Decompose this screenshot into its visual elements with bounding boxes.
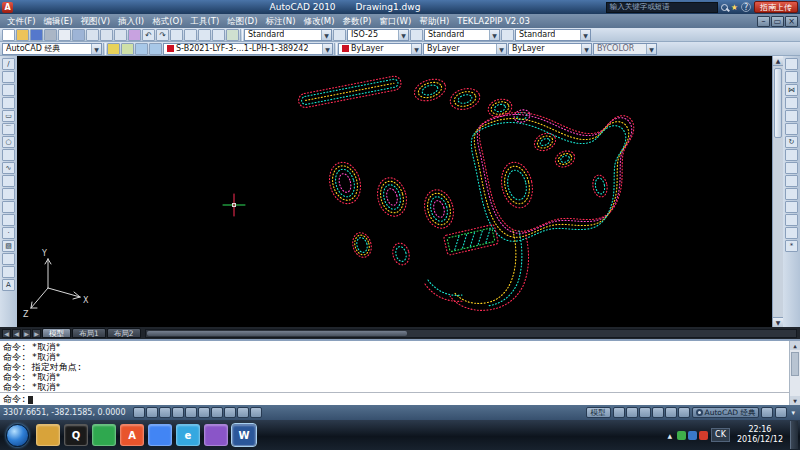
- command-window[interactable]: 命令: *取消*命令: *取消*命令: 指定对角点:命令: *取消*命令: *取…: [0, 339, 800, 405]
- taskbar-ie[interactable]: e: [176, 424, 200, 446]
- showmotion-icon[interactable]: [678, 407, 690, 418]
- vertical-scroll-thumb[interactable]: [774, 68, 782, 138]
- menu-item[interactable]: 格式(O): [148, 14, 186, 28]
- revcloud-tool-icon[interactable]: [2, 149, 15, 161]
- help-icon[interactable]: ?: [741, 2, 751, 12]
- otrack-toggle[interactable]: [198, 407, 210, 418]
- mirror-tool-icon[interactable]: ⋈: [785, 84, 798, 96]
- line-tool-icon[interactable]: /: [2, 58, 15, 70]
- ellipse-tool-icon[interactable]: [2, 175, 15, 187]
- menu-item[interactable]: 帮助(H): [415, 14, 453, 28]
- make-block-icon[interactable]: [2, 214, 15, 226]
- osnap-toggle[interactable]: [185, 407, 197, 418]
- table-style-combo[interactable]: Standard▼: [424, 29, 500, 41]
- scroll-down-icon[interactable]: ▼: [790, 396, 800, 405]
- workspace-switch[interactable]: AutoCAD 经典: [692, 407, 760, 418]
- region-tool-icon[interactable]: [2, 266, 15, 278]
- ellipse-arc-tool-icon[interactable]: [2, 188, 15, 200]
- scroll-up-icon[interactable]: ▲: [790, 341, 800, 350]
- horizontal-scroll-thumb[interactable]: [147, 331, 407, 336]
- trim-tool-icon[interactable]: [785, 175, 798, 187]
- make-object-layer-current-icon[interactable]: [135, 43, 148, 55]
- polar-toggle[interactable]: [172, 407, 184, 418]
- undo-icon[interactable]: ↶: [142, 29, 155, 41]
- zoom-statusbar-icon[interactable]: [652, 407, 664, 418]
- horizontal-scrollbar[interactable]: [145, 329, 797, 338]
- steering-wheel-icon[interactable]: [665, 407, 677, 418]
- taskbar-360[interactable]: [92, 424, 116, 446]
- zoom-realtime-icon[interactable]: [184, 29, 197, 41]
- fillet-tool-icon[interactable]: [785, 227, 798, 239]
- show-desktop-button[interactable]: [790, 421, 798, 449]
- hatch-tool-icon[interactable]: ▨: [2, 240, 15, 252]
- properties-palette-icon[interactable]: [226, 29, 239, 41]
- mleader-style-icon[interactable]: [501, 29, 514, 41]
- tab-last-icon[interactable]: ▶: [32, 329, 41, 338]
- status-menu-arrow-icon[interactable]: ▾: [789, 409, 797, 417]
- menu-item[interactable]: 参数(P): [338, 14, 375, 28]
- tab-first-icon[interactable]: ◀: [2, 329, 11, 338]
- start-button[interactable]: [6, 424, 29, 447]
- chevron-down-icon[interactable]: ▼: [489, 30, 499, 40]
- explode-tool-icon[interactable]: *: [785, 240, 798, 252]
- tab-prev-icon[interactable]: ◀: [12, 329, 21, 338]
- chevron-down-icon[interactable]: ▼: [321, 30, 331, 40]
- linetype-combo[interactable]: ByLayer▼: [423, 43, 507, 55]
- menu-item[interactable]: 文件(F): [3, 14, 40, 28]
- tab-next-icon[interactable]: ▶: [22, 329, 31, 338]
- chevron-down-icon[interactable]: ▼: [580, 30, 590, 40]
- plotstyle-combo[interactable]: BYCOLOR▼: [593, 43, 657, 55]
- menu-item[interactable]: 绘图(D): [223, 14, 261, 28]
- taskbar-explorer[interactable]: [36, 424, 60, 446]
- command-scroll-thumb[interactable]: [791, 352, 799, 376]
- menu-item[interactable]: 插入(I): [114, 14, 148, 28]
- taskbar-player[interactable]: [204, 424, 228, 446]
- drawing-canvas[interactable]: .r{stroke:#ff2d55}.m{stroke:#ff49c8}.y{s…: [17, 56, 772, 327]
- layer-previous-icon[interactable]: [149, 43, 162, 55]
- model-space-button[interactable]: 模型: [586, 407, 611, 418]
- break-tool-icon[interactable]: [785, 201, 798, 213]
- pan-statusbar-icon[interactable]: [639, 407, 651, 418]
- zoom-window-icon[interactable]: [198, 29, 211, 41]
- rectangle-tool-icon[interactable]: ▭: [2, 110, 15, 122]
- zoom-previous-icon[interactable]: [212, 29, 225, 41]
- move-tool-icon[interactable]: [785, 123, 798, 135]
- publish-icon[interactable]: [72, 29, 85, 41]
- restore-icon[interactable]: ▭: [771, 16, 784, 27]
- match-properties-icon[interactable]: [128, 29, 141, 41]
- tab-layout1[interactable]: 布局1: [72, 328, 106, 338]
- chamfer-tool-icon[interactable]: [785, 214, 798, 226]
- ducs-toggle[interactable]: [211, 407, 223, 418]
- point-tool-icon[interactable]: ·: [2, 227, 15, 239]
- favorites-star-icon[interactable]: ★: [731, 2, 738, 13]
- cut-icon[interactable]: [86, 29, 99, 41]
- dyn-toggle[interactable]: [224, 407, 236, 418]
- menu-item[interactable]: 修改(M): [299, 14, 338, 28]
- quickprop-toggle[interactable]: [250, 407, 262, 418]
- upload-button[interactable]: 指南上传: [754, 1, 798, 13]
- xline-tool-icon[interactable]: [2, 71, 15, 83]
- plot-icon[interactable]: [44, 29, 57, 41]
- workspace-combo[interactable]: AutoCAD 经典▼: [2, 43, 102, 55]
- pan-icon[interactable]: [170, 29, 183, 41]
- tab-model[interactable]: 模型: [42, 328, 71, 338]
- scroll-up-icon[interactable]: ▲: [773, 56, 783, 66]
- spline-tool-icon[interactable]: ∿: [2, 162, 15, 174]
- quick-view-drawings-icon[interactable]: [626, 407, 638, 418]
- vertical-scrollbar[interactable]: ▲ ▼: [772, 56, 783, 327]
- rotate-tool-icon[interactable]: ↻: [785, 136, 798, 148]
- menu-item[interactable]: 视图(V): [77, 14, 114, 28]
- save-icon[interactable]: [30, 29, 43, 41]
- layer-properties-icon[interactable]: [107, 43, 120, 55]
- text-style-combo[interactable]: Standard▼: [244, 29, 332, 41]
- lineweight-toggle[interactable]: [237, 407, 249, 418]
- polygon-tool-icon[interactable]: [2, 97, 15, 109]
- stretch-tool-icon[interactable]: [785, 162, 798, 174]
- dim-style-combo[interactable]: ISO-25▼: [347, 29, 409, 41]
- chevron-down-icon[interactable]: ▼: [411, 44, 421, 54]
- lock-icon[interactable]: [761, 407, 773, 418]
- quick-view-layouts-icon[interactable]: [613, 407, 625, 418]
- tray-alert-icon[interactable]: [699, 431, 708, 440]
- table-style-icon[interactable]: [410, 29, 423, 41]
- menu-item[interactable]: 窗口(W): [375, 14, 415, 28]
